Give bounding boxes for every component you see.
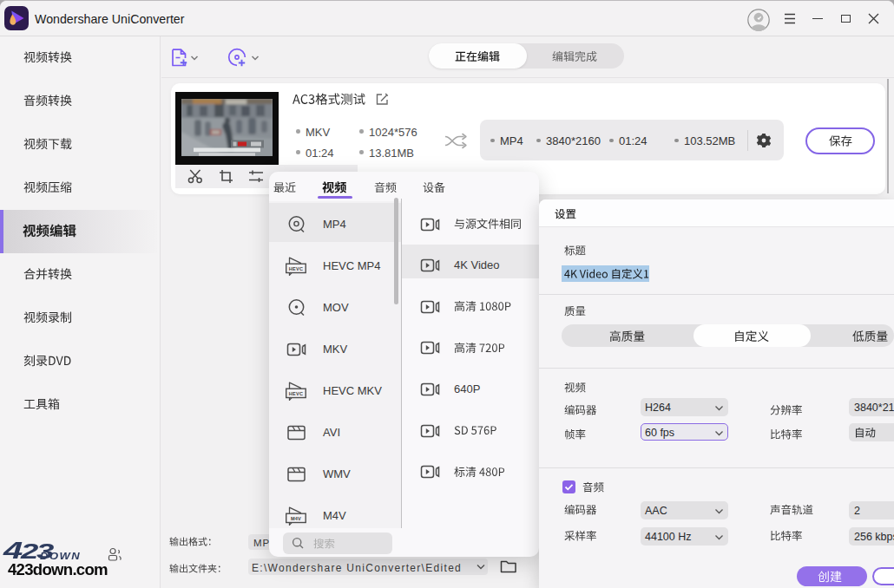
svg-text:HEVC: HEVC [289, 391, 303, 396]
svg-text:M4V: M4V [291, 516, 301, 521]
svg-text:HEVC: HEVC [289, 266, 303, 271]
